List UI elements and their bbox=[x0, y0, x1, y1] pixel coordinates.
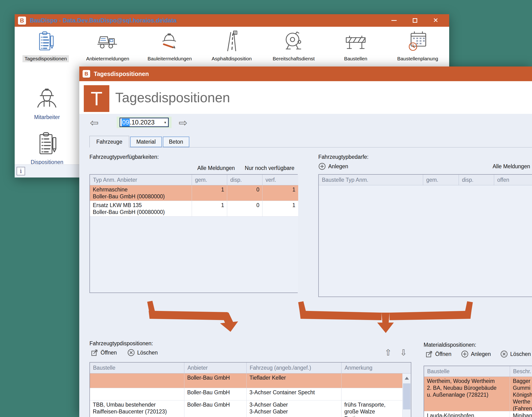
column-header[interactable]: Baustelle bbox=[90, 363, 184, 374]
table-row-cell[interactable]: 0 bbox=[227, 201, 262, 217]
toolbar-label: Bauleitermeldungen bbox=[146, 55, 194, 62]
sidebar-item-dispositionen[interactable]: Dispositionen bbox=[15, 130, 79, 166]
scrollbar-thumb[interactable] bbox=[403, 383, 410, 409]
table-row-cell[interactable]: 3-Achser Container Specht bbox=[247, 388, 342, 400]
circle-plus-icon bbox=[461, 350, 469, 358]
module-badge: T bbox=[84, 85, 109, 112]
minimize-button[interactable] bbox=[390, 17, 397, 24]
circle-plus-icon bbox=[318, 163, 326, 170]
move-down-button[interactable]: ⇩ bbox=[400, 348, 407, 357]
table-row-cell[interactable]: 1 bbox=[262, 201, 298, 217]
table-row-cell[interactable]: 1 bbox=[192, 185, 227, 201]
table-row-cell[interactable] bbox=[90, 374, 184, 388]
column-header[interactable]: Typ Anm. Anbieter bbox=[90, 175, 192, 185]
demand-table: Baustelle Typ Anm. gem. disp. offen bbox=[318, 174, 532, 297]
flow-arrow-left-icon bbox=[144, 300, 239, 332]
toolbar-label: Tagesdispositionen bbox=[22, 55, 69, 62]
table-row-cell[interactable] bbox=[90, 388, 184, 400]
info-button[interactable]: i bbox=[17, 167, 25, 175]
scroll-up-button[interactable] bbox=[403, 374, 411, 383]
hardhat-pencil-icon bbox=[158, 30, 181, 53]
vehicle-dispositions-label: Fahrzeugtypdispositionen: bbox=[89, 340, 153, 347]
main-statusbar: i bbox=[15, 165, 79, 177]
column-header[interactable]: gem. bbox=[192, 175, 227, 185]
circle-x-icon bbox=[500, 350, 508, 358]
table-row-cell[interactable]: Bagger Gummi Königsh Werthe (Fahren bbox=[510, 377, 532, 411]
column-header[interactable]: Baustelle Typ Anm. bbox=[319, 175, 423, 185]
anlegen-button[interactable]: Anlegen bbox=[318, 163, 348, 170]
arrow-right-icon: ⇨ bbox=[179, 117, 188, 129]
move-up-button[interactable]: ⇧ bbox=[385, 348, 392, 357]
tab-fahrzeuge[interactable]: Fahrzeuge bbox=[89, 136, 129, 147]
table-row-cell[interactable]: Boller-Bau GmbH bbox=[184, 400, 247, 417]
chevron-down-icon[interactable]: ▾ bbox=[164, 120, 166, 125]
demand-section-label: Fahrzeugtypbedarfe: bbox=[318, 154, 368, 160]
toolbar-label: Baustellenplanung bbox=[395, 55, 440, 62]
calendar-clock-icon bbox=[406, 30, 429, 53]
next-day-button[interactable]: ⇨ bbox=[179, 118, 188, 128]
column-header[interactable]: gem. bbox=[423, 175, 459, 185]
date-selected-segment: 09 bbox=[122, 119, 130, 126]
tab-strip: Fahrzeuge Material Beton bbox=[89, 136, 532, 147]
column-header[interactable]: verf. bbox=[262, 175, 298, 185]
column-header[interactable]: Baustelle bbox=[424, 366, 510, 377]
close-button[interactable]: ✕ bbox=[432, 17, 439, 24]
toolbar-label: Asphaltdisposition bbox=[209, 55, 254, 62]
table-row-cell[interactable]: 1 bbox=[192, 201, 227, 217]
vertical-scrollbar[interactable] bbox=[402, 374, 411, 417]
tab-material[interactable]: Material bbox=[130, 136, 162, 147]
table-row-cell[interactable]: TBB, Umbau bestehender Raiffeisen-Baucen… bbox=[90, 400, 184, 417]
column-header[interactable]: offen bbox=[494, 175, 532, 185]
sidebar-item-label: Mitarbeiter bbox=[34, 114, 60, 120]
filter-nur-noch-verfuegbare[interactable]: Nur noch verfügbare bbox=[245, 165, 294, 171]
table-row-cell[interactable] bbox=[342, 388, 402, 400]
table-row-cell[interactable]: Ersatz LKW MB 135 Boller-Bau GmbH (00080… bbox=[90, 201, 192, 217]
maximize-button[interactable] bbox=[411, 17, 418, 24]
oeffnen-button[interactable]: Öffnen bbox=[425, 350, 451, 358]
prev-day-button[interactable]: ⇦ bbox=[90, 118, 99, 128]
column-header[interactable]: Beschr. bbox=[510, 366, 532, 377]
table-row-cell[interactable]: frühs Transporte, große Walze Fertiger, … bbox=[342, 400, 402, 417]
loeschen-button[interactable]: Löschen bbox=[127, 349, 158, 356]
tab-beton[interactable]: Beton bbox=[163, 136, 189, 147]
oeffnen-button[interactable]: Öffnen bbox=[91, 349, 117, 356]
circle-x-icon bbox=[127, 349, 135, 356]
open-icon bbox=[425, 350, 433, 358]
table-row-cell[interactable]: Tieflader Keller bbox=[247, 374, 342, 388]
column-header[interactable]: Anmerkung bbox=[342, 363, 411, 374]
sidebar-item-mitarbeiter[interactable]: Mitarbeiter bbox=[15, 85, 79, 120]
flow-arrow-right-icon bbox=[296, 300, 476, 334]
date-input[interactable]: 09.10.2023 ▾ bbox=[119, 118, 169, 127]
desktop: B BauDispo - Data.Dev.BauDispo@sql.horai… bbox=[0, 0, 532, 417]
column-header[interactable]: Anbieter bbox=[184, 363, 247, 374]
table-row-cell[interactable] bbox=[342, 374, 402, 388]
column-header[interactable]: disp. bbox=[227, 175, 262, 185]
arrow-down-icon: ⇩ bbox=[400, 348, 407, 357]
table-row-cell[interactable]: Wertheim, Woody Wertheim 2. BA, Neubau B… bbox=[424, 377, 510, 411]
main-sidebar: Mitarbeiter Dispositionen bbox=[15, 76, 79, 165]
availability-filters: Alle Meldungen Nur noch verfügbare bbox=[89, 165, 298, 171]
page-title: Tagesdispositionen bbox=[115, 81, 230, 114]
column-header[interactable]: disp. bbox=[459, 175, 494, 185]
loeschen-button[interactable]: Löschen bbox=[500, 350, 531, 358]
column-header[interactable]: Fahrzeug (angeb./angef.) bbox=[247, 363, 342, 374]
main-titlebar[interactable]: B BauDispo - Data.Dev.BauDispo@sql.horai… bbox=[15, 14, 449, 27]
app-logo-icon: B bbox=[18, 17, 26, 25]
table-row-cell[interactable]: 1 bbox=[262, 185, 298, 201]
table-row-cell[interactable]: Kehrmaschine Boller-Bau GmbH (00080000) bbox=[90, 185, 192, 201]
barrier-icon bbox=[344, 30, 367, 53]
date-field-wrap: 09.10.2023 ▾ bbox=[117, 117, 172, 128]
table-empty-area bbox=[319, 185, 532, 297]
filter-alle-meldungen[interactable]: Alle Meldungen bbox=[197, 165, 235, 171]
filter-alle-meldungen[interactable]: Alle Meldungen bbox=[492, 163, 530, 170]
table-row-cell[interactable]: 0 bbox=[227, 185, 262, 201]
table-row-cell[interactable]: Minibag Mitti bbox=[510, 411, 532, 417]
dump-truck-icon bbox=[96, 30, 119, 53]
anlegen-button[interactable]: Anlegen bbox=[461, 350, 491, 358]
toolbar-item-tagesdispositionen[interactable]: Tagesdispositionen bbox=[15, 27, 77, 76]
table-row-cell[interactable]: Lauda-Königshofen, Lauda-Königshofen ( bbox=[424, 411, 510, 417]
table-row-cell[interactable]: 3-Achser Gaber 3-Achser Gaber bbox=[247, 400, 342, 417]
table-row-cell[interactable]: Boller-Bau GmbH bbox=[184, 374, 247, 388]
dialog-titlebar[interactable]: B Tagesdispositionen bbox=[79, 66, 532, 81]
table-row-cell[interactable]: Boller-Bau GmbH bbox=[184, 388, 247, 400]
